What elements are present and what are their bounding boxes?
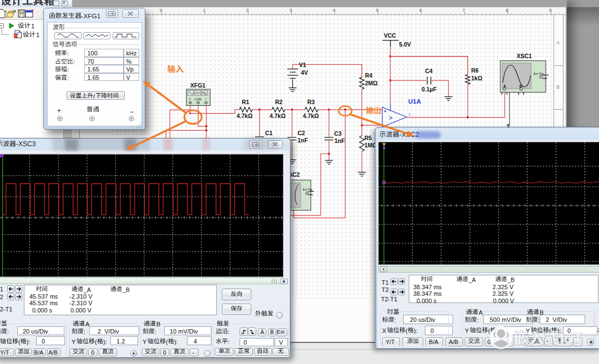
svg-text:IoT: IoT bbox=[560, 330, 582, 347]
